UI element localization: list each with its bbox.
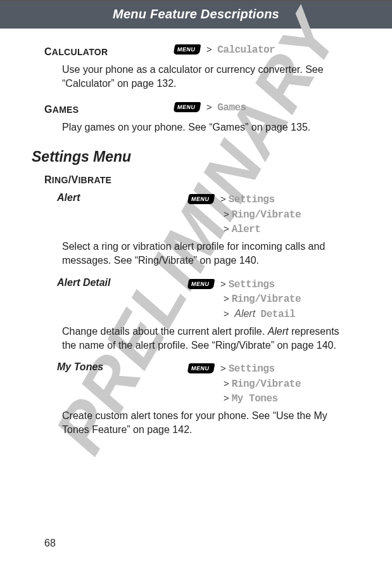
games-title: GAMES <box>44 104 168 115</box>
menu-key-icon: MENU <box>174 44 201 55</box>
games-desc: Play games on your phone. See “Games” on… <box>62 120 353 134</box>
alert-detail-title: Alert Detail <box>57 277 180 288</box>
mytones-path: MENU >Settings >Ring/Vibrate >My Tones <box>188 361 353 406</box>
settings-menu-heading: Settings Menu <box>32 148 353 165</box>
alert-title: Alert <box>57 192 180 204</box>
page-header: Menu Feature Descriptions <box>0 1 392 29</box>
calculator-path: Calculator <box>217 44 275 56</box>
menu-key-icon: MENU <box>187 279 215 289</box>
menu-key-icon: MENU <box>174 102 201 112</box>
alert-detail-path: MENU >Settings >Ring/Vibrate > Alert Det… <box>188 277 353 322</box>
ring-vibrate-title: RING/VIBRATE <box>44 174 353 186</box>
games-path: Games <box>217 102 246 113</box>
page-number: 68 <box>44 538 56 549</box>
alert-desc: Select a ring or vibration alert profile… <box>62 240 353 268</box>
alert-path: MENU >Settings >Ring/Vibrate >Alert <box>188 192 353 237</box>
calculator-title: CALCULATOR <box>44 46 168 58</box>
mytones-desc: Create custom alert tones for your phone… <box>62 409 353 437</box>
menu-key-icon: MENU <box>187 363 215 373</box>
menu-key-icon: MENU <box>187 194 215 204</box>
calculator-desc: Use your phone as a calculator or curren… <box>62 63 353 91</box>
mytones-title: My Tones <box>57 361 180 373</box>
alert-detail-desc: Change details about the current alert p… <box>62 325 353 353</box>
